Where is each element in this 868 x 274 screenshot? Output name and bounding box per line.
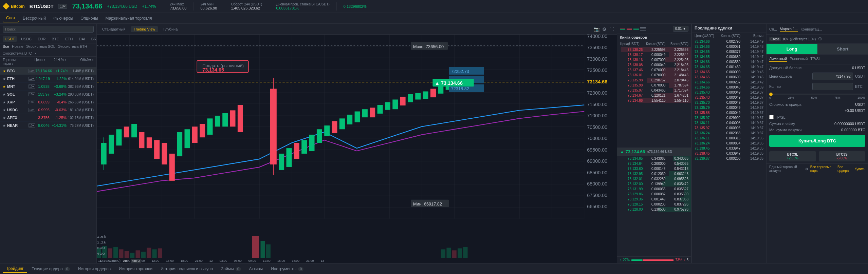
col-volume[interactable]: Объём ↕	[67, 58, 94, 65]
ob-icon-both[interactable]	[620, 26, 625, 32]
ob-ask-row-3[interactable]: 73,138.08 0.000049 2.218495	[617, 62, 691, 67]
cat-eth[interactable]: Экосистема ETH	[58, 44, 87, 48]
slider-track[interactable]	[769, 94, 865, 95]
cat-new[interactable]: Новые	[12, 44, 23, 48]
star-icon-eth[interactable]: ★	[3, 77, 6, 81]
tab-spot[interactable]: Спот	[3, 14, 19, 22]
col-pair[interactable]: Торговые пары ↕	[3, 58, 24, 65]
log-btn[interactable]: лог	[123, 259, 128, 262]
btc3s-token[interactable]: BTC3S -5.06%	[819, 151, 866, 161]
auto-btn[interactable]: АВТО	[131, 259, 142, 263]
order-type-tpsl[interactable]: TP/SL	[810, 57, 821, 62]
btc3l-token[interactable]: BTC3L +2.83%	[769, 151, 816, 161]
token-tab-usdt[interactable]: USDT	[3, 36, 17, 42]
ob-bid-row-1[interactable]: 73,134.64 0.200000 0.543065	[617, 161, 691, 166]
pair-row-xrp[interactable]: ★ XRP 10× 0.6899 -0.4% 266.66M (USDT)	[0, 98, 96, 106]
ob-precision-select[interactable]: 0.01 ▼	[673, 26, 688, 32]
ob-bid-row-7[interactable]: 73,129.86 0.000082 0.835609	[617, 192, 691, 197]
bottom-tab-tools[interactable]: Инструменты 0	[267, 265, 307, 273]
buy-long-btn[interactable]: Купить/Long BTC	[769, 135, 865, 147]
bottom-tab-subscription-history[interactable]: История подписок и выкупа	[157, 265, 216, 273]
bottom-tab-loans[interactable]: Займы 0	[218, 265, 244, 273]
ob-ask-row-4[interactable]: 73,137.46 0.070000 2.218446	[617, 67, 691, 73]
pair-row-mnt[interactable]: ★ MNT 10× 1.0538 +0.68% 382.95M (USDT)	[0, 83, 96, 91]
ob-bid-row-5[interactable]: 73,132.00 0.139949 0.835472	[617, 181, 691, 187]
ob-icon-bids[interactable]	[633, 26, 639, 32]
ob-ask-row-1[interactable]: 73,138.17 0.000049 2.225544	[617, 52, 691, 57]
star-icon-mnt[interactable]: ★	[3, 85, 6, 89]
pair-row-btc[interactable]: ★ BTC 10× 73,134.66 +1.74% 1.48B (USDT)	[0, 67, 96, 75]
search-input[interactable]	[3, 26, 94, 33]
star-icon-xrp[interactable]: ★	[3, 100, 6, 104]
pair-row-eth[interactable]: ★ ETH 10× 4,047.19 +1.22% 614.94M (USDT)	[0, 75, 96, 83]
all-orders-link[interactable]: Все ордера	[837, 165, 852, 173]
tab-options[interactable]: Опционы	[77, 15, 101, 22]
pair-row-apex[interactable]: ★ APEX 3.3756 -1.25% 102.15M (USDT)	[0, 114, 96, 122]
star-icon-apex[interactable]: ★	[3, 116, 6, 120]
bottom-tab-trade-history[interactable]: История торговли	[115, 265, 156, 273]
col-price[interactable]: Цена ↕	[24, 58, 45, 65]
star-icon-sol[interactable]: ★	[3, 93, 6, 96]
ob-ask-row-9[interactable]: 73,134.67 0.120121 1.674231	[617, 93, 691, 98]
star-icon-near[interactable]: ★	[3, 124, 6, 128]
settings-icon[interactable]: ⚙	[602, 26, 607, 32]
tab-futures[interactable]: Фьючерсы	[50, 15, 76, 22]
tpsl-checkbox[interactable]	[769, 115, 774, 119]
ob-bid-row-4[interactable]: 73,132.01 0.032280 0.695523	[617, 176, 691, 181]
pair-row-sol[interactable]: ★ SOL 10× 153.97 +3.24% 293.08M (USDT)	[0, 91, 96, 98]
ob-bid-row-9[interactable]: 73,128.15 0.000238 0.837296	[617, 202, 691, 207]
tab-margin[interactable]: Маржинальная торговля	[102, 15, 155, 22]
token-tab-dai[interactable]: DAI	[77, 36, 87, 42]
ob-bid-row-10[interactable]: 73,128.00 0.138500 0.975796	[617, 207, 691, 212]
btn-depth[interactable]: Глубина	[161, 26, 180, 32]
ob-bid-row-8[interactable]: 73,129.36 0.001449 0.837058	[617, 197, 691, 202]
all-pairs-link[interactable]: Все торговые пары	[810, 165, 835, 173]
leverage-badge[interactable]: 10×	[58, 4, 67, 9]
info-icon[interactable]: ⓘ	[818, 37, 822, 41]
bottom-tab-current-orders[interactable]: Текущие ордера 0	[28, 265, 73, 273]
ob-icon-asks[interactable]	[627, 26, 632, 32]
btn-trading-view[interactable]: Trading View	[131, 26, 158, 32]
star-icon-btc[interactable]: ★	[3, 69, 6, 73]
ob-ask-row-5[interactable]: 73,136.01 0.070000 2.148446	[617, 73, 691, 78]
ob-bid-row-6[interactable]: 73,131.99 0.000055 0.835527	[617, 187, 691, 192]
ob-ask-row-8[interactable]: 73,135.97 0.043463 1.717694	[617, 88, 691, 93]
screenshot-icon[interactable]: 📷	[594, 26, 599, 32]
cat-all[interactable]: Все	[3, 44, 9, 48]
ob-ask-row-10[interactable]: 73,134.66 1.554110 1.554110	[617, 98, 691, 103]
token-tab-btc[interactable]: BTC	[50, 36, 61, 42]
pair-name[interactable]: BTC/USDT	[30, 4, 54, 9]
bottom-tab-order-history[interactable]: История ордеров	[75, 265, 114, 273]
ob-ask-row-7[interactable]: 73,135.98 0.070000 1.787694	[617, 83, 691, 88]
unified-account-icon[interactable]: ⚙	[805, 167, 808, 171]
bottom-tab-assets[interactable]: Активы	[246, 265, 266, 273]
ob-icon-lines[interactable]	[640, 26, 646, 32]
cat-more[interactable]: ›	[35, 51, 36, 55]
ob-bid-row-0[interactable]: 73,134.65 0.343065 0.343065	[617, 156, 691, 161]
trade-tab-sp[interactable]: Сп...	[769, 27, 777, 31]
tab-perpetual[interactable]: Бессрочный	[19, 15, 49, 22]
ob-bid-row-3[interactable]: 73,132.95 0.012030 0.663243	[617, 171, 691, 176]
leverage-display[interactable]: 10×	[782, 37, 789, 41]
ob-ask-row-6[interactable]: 73,135.98 0.290752 2.078446	[617, 78, 691, 83]
bottom-tab-trading[interactable]: Трейдинг	[3, 265, 27, 273]
buy-link[interactable]: Купить	[854, 167, 865, 171]
star-icon-usdc[interactable]: ★	[3, 108, 6, 112]
cross-badge[interactable]: Cross	[769, 37, 781, 41]
price-input[interactable]	[812, 73, 853, 80]
short-btn[interactable]: Short	[817, 44, 868, 54]
ob-bid-row-2[interactable]: 73,133.60 0.000148 0.543213	[617, 166, 691, 171]
trade-tab-converter[interactable]: Конвертац...	[800, 27, 822, 31]
qty-input[interactable]	[812, 83, 853, 90]
token-tab-eur[interactable]: EUR	[36, 36, 48, 42]
pair-row-near[interactable]: ★ NEAR 10× 8.0046 +14.31% 75.27M (USDT)	[0, 122, 96, 130]
order-type-market[interactable]: Рыночный	[790, 57, 808, 62]
long-btn[interactable]: Long	[767, 44, 817, 54]
order-type-limit[interactable]: Лимитный	[769, 57, 787, 62]
btn-standard[interactable]: Стандартный	[99, 26, 128, 32]
token-tab-usdc[interactable]: USDC	[19, 36, 34, 42]
col-change[interactable]: 24Н % ↕	[45, 58, 67, 65]
ob-ask-row-0[interactable]: 73,138.26 2.225593 2.225593	[617, 47, 691, 52]
ob-ask-row-2[interactable]: 73,138.16 0.007000 2.225495	[617, 57, 691, 62]
cat-btc[interactable]: Экосистема BTC	[3, 51, 32, 55]
